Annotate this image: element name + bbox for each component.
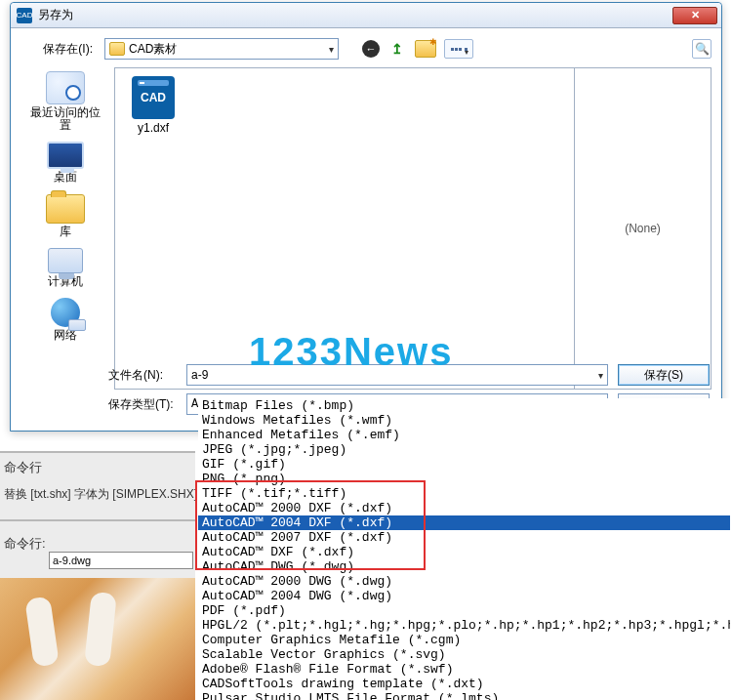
dialog-body: 保存在(I): CAD素材 ▾ ← ↥ ▾ 🔍 最近访问 xyxy=(11,28,721,431)
filetype-option[interactable]: Computer Graphics Metafile (*.cgm) xyxy=(198,633,730,647)
new-folder-button[interactable] xyxy=(415,40,436,58)
filetype-option[interactable]: AutoCAD™ 2004 DWG (*.dwg) xyxy=(198,589,730,603)
close-button[interactable]: ✕ xyxy=(672,7,717,24)
filename-input[interactable]: a-9 ▾ xyxy=(186,364,608,386)
main-area: 最近访问的位置 桌面 库 计算机 网络 xyxy=(20,67,712,390)
view-mode-button[interactable]: ▾ xyxy=(444,39,473,59)
dxf-file-icon: CAD xyxy=(132,76,175,119)
filetype-option[interactable]: PNG (*.png) xyxy=(198,472,730,486)
file-name: y1.dxf xyxy=(138,121,169,135)
cmdline-input[interactable]: a-9.dwg xyxy=(49,552,193,569)
filetype-option[interactable]: Bitmap Files (*.bmp) xyxy=(198,398,730,413)
dialog-title: 另存为 xyxy=(38,7,672,23)
filetype-option[interactable]: AutoCAD™ 2000 DWG (*.dwg) xyxy=(198,574,730,589)
search-icon[interactable]: 🔍 xyxy=(692,39,712,59)
network-icon xyxy=(51,298,80,327)
preview-none: (None) xyxy=(625,222,661,235)
location-row: 保存在(I): CAD素材 ▾ ← ↥ ▾ 🔍 xyxy=(20,36,712,62)
preview-pane: (None) xyxy=(575,67,712,390)
file-list-pane[interactable]: CAD y1.dxf xyxy=(114,67,575,390)
chevron-down-icon: ▾ xyxy=(329,44,334,55)
app-icon: CAD xyxy=(17,8,32,23)
location-text: CAD素材 xyxy=(129,41,329,58)
save-button[interactable]: 保存(S) xyxy=(618,364,710,386)
filetype-option[interactable]: TIFF (*.tif;*.tiff) xyxy=(198,486,730,501)
filetype-option[interactable]: AutoCAD™ 2004 DXF (*.dxf) xyxy=(198,515,730,530)
filetype-option[interactable]: HPGL/2 (*.plt;*.hgl;*.hg;*.hpg;*.plo;*.h… xyxy=(198,618,730,633)
computer-icon xyxy=(48,248,83,273)
place-desktop[interactable]: 桌面 xyxy=(26,142,104,184)
filetype-option[interactable]: Adobe® Flash® File Format (*.swf) xyxy=(198,662,730,677)
places-bar: 最近访问的位置 桌面 库 计算机 网络 xyxy=(20,67,110,390)
filetype-option[interactable]: GIF (*.gif) xyxy=(198,457,730,472)
filetype-label: 保存类型(T): xyxy=(108,396,186,413)
cmdline-text: 替换 [txt.shx] 字体为 [SIMPLEX.SHX] xyxy=(4,486,197,503)
place-computer[interactable]: 计算机 xyxy=(26,248,104,288)
chevron-down-icon: ▾ xyxy=(598,370,603,381)
place-network[interactable]: 网络 xyxy=(26,298,104,342)
filetype-option[interactable]: Scalable Vector Graphics (*.svg) xyxy=(198,647,730,662)
filetype-option[interactable]: CADSoftTools drawing template (*.dxt) xyxy=(198,677,730,691)
filename-label: 文件名(N): xyxy=(108,367,186,384)
save-as-dialog: CAD 另存为 ✕ 保存在(I): CAD素材 ▾ ← ↥ ▾ 🔍 xyxy=(10,2,722,432)
filetype-option[interactable]: Enhanced Metafiles (*.emf) xyxy=(198,428,730,442)
chevron-down-icon: ▾ xyxy=(465,48,468,51)
titlebar[interactable]: CAD 另存为 ✕ xyxy=(11,3,721,28)
back-button[interactable]: ← xyxy=(362,40,380,58)
file-item[interactable]: CAD y1.dxf xyxy=(123,76,183,135)
filetype-option[interactable]: JPEG (*.jpg;*.jpeg) xyxy=(198,442,730,457)
filetype-dropdown-list[interactable]: Bitmap Files (*.bmp)Windows Metafiles (*… xyxy=(198,398,730,700)
cmdline-label: 命令行 xyxy=(4,459,42,476)
filetype-option[interactable]: AutoCAD™ 2000 DXF (*.dxf) xyxy=(198,501,730,515)
location-dropdown[interactable]: CAD素材 ▾ xyxy=(104,38,339,60)
up-folder-button[interactable]: ↥ xyxy=(387,39,407,59)
filetype-option[interactable]: AutoCAD™ DWG (*.dwg) xyxy=(198,559,730,574)
save-in-label: 保存在(I): xyxy=(20,41,99,58)
folder-icon xyxy=(109,42,125,56)
cmdline-label-2: 命令行: xyxy=(4,535,46,553)
place-libraries[interactable]: 库 xyxy=(26,194,104,238)
recent-icon xyxy=(46,71,85,104)
filetype-option[interactable]: AutoCAD™ 2007 DXF (*.dxf) xyxy=(198,530,730,545)
filetype-option[interactable]: Pulsar Studio LMTS File Format (*.lmts) xyxy=(198,691,730,700)
filetype-option[interactable]: Windows Metafiles (*.wmf) xyxy=(198,413,730,428)
nav-icons: ← ↥ ▾ xyxy=(362,39,473,59)
filename-row: 文件名(N): a-9 ▾ 保存(S) xyxy=(108,362,710,388)
background-image xyxy=(0,578,195,700)
libraries-icon xyxy=(46,194,85,224)
place-recent[interactable]: 最近访问的位置 xyxy=(26,71,104,132)
filetype-option[interactable]: PDF (*.pdf) xyxy=(198,603,730,618)
desktop-icon xyxy=(47,142,84,169)
filetype-option[interactable]: AutoCAD™ DXF (*.dxf) xyxy=(198,545,730,559)
